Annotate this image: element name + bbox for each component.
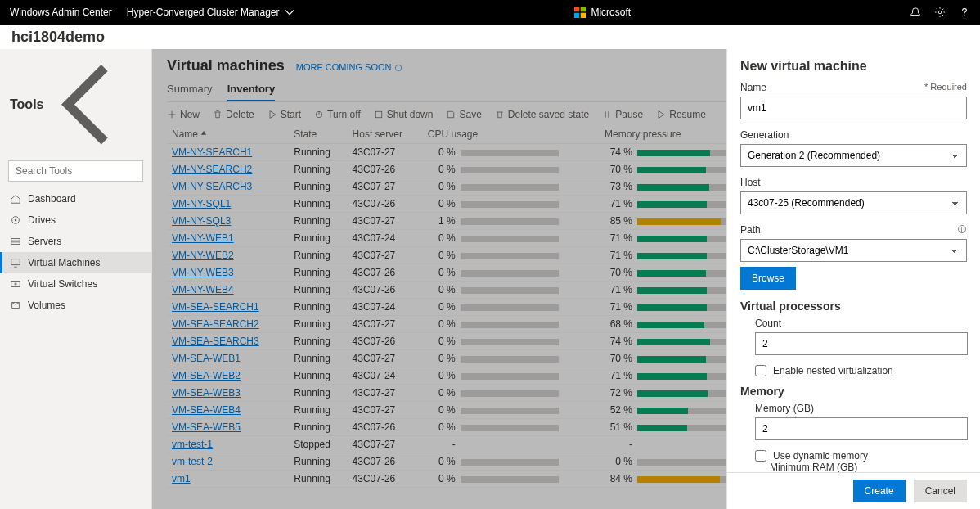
svg-rect-1 — [581, 7, 586, 11]
cell-state: Running — [289, 161, 347, 178]
vm-link[interactable]: VM-NY-SQL3 — [172, 215, 231, 227]
cell-cpu: 0 % — [423, 471, 600, 488]
vm-link[interactable]: VM-NY-SEARCH3 — [172, 181, 252, 192]
cell-cpu: 0 % — [423, 230, 600, 247]
path-select[interactable]: C:\ClusterStorage\VM1 — [740, 239, 967, 262]
col-state[interactable]: State — [289, 125, 347, 144]
tab-inventory[interactable]: Inventory — [227, 79, 276, 101]
gear-icon[interactable] — [934, 7, 946, 18]
create-button[interactable]: Create — [853, 480, 906, 502]
svg-rect-9 — [11, 238, 20, 241]
generation-select[interactable]: Generation 2 (Recommended) — [740, 144, 967, 167]
cell-state: Running — [289, 213, 347, 230]
vm-link[interactable]: VM-SEA-SEARCH1 — [172, 301, 259, 313]
nested-virt-checkbox[interactable]: Enable nested virtualization — [755, 365, 967, 376]
vm-link[interactable]: VM-NY-WEB1 — [172, 232, 234, 244]
cell-host: 43C07-27 — [348, 436, 423, 453]
name-input[interactable] — [740, 97, 967, 119]
notifications-icon[interactable] — [910, 7, 921, 18]
host-label: Host — [740, 177, 967, 188]
microsoft-logo-icon — [574, 7, 586, 18]
cell-state: Running — [289, 264, 347, 282]
cell-cpu: 0 % — [423, 247, 600, 264]
power-icon — [314, 110, 324, 119]
delete-saved-icon — [495, 110, 505, 119]
cmd-shutdown[interactable]: Shut down — [374, 109, 434, 120]
cmd-delete-saved[interactable]: Delete saved state — [495, 109, 589, 120]
cell-cpu: 0 % — [423, 144, 600, 161]
cell-host: 43C07-27 — [348, 385, 423, 402]
cell-host: 43C07-27 — [348, 316, 423, 333]
search-tools-box[interactable] — [8, 160, 143, 182]
vm-link[interactable]: vm-test-1 — [172, 439, 213, 450]
cmd-new[interactable]: New — [167, 109, 200, 120]
cell-state: Running — [289, 196, 347, 213]
vm-link[interactable]: VM-NY-SEARCH1 — [172, 146, 252, 158]
resume-icon — [656, 110, 666, 119]
dynamic-memory-checkbox[interactable]: Use dynamic memory — [755, 450, 967, 462]
vm-link[interactable]: VM-SEA-SEARCH3 — [172, 336, 259, 347]
vm-link[interactable]: vm-test-2 — [172, 456, 213, 467]
col-name[interactable]: Name — [167, 125, 289, 144]
cell-state: Running — [289, 282, 347, 299]
nested-virt-input[interactable] — [755, 365, 766, 376]
vm-link[interactable]: vm1 — [172, 473, 191, 484]
vm-link[interactable]: VM-SEA-SEARCH2 — [172, 318, 259, 330]
new-vm-panel: New virtual machine Name* Required Gener… — [726, 49, 980, 509]
cell-state: Running — [289, 402, 347, 419]
sidebar-item-label: Virtual Machines — [28, 257, 101, 268]
cell-host: 43C07-27 — [348, 247, 423, 264]
cmd-turnoff[interactable]: Turn off — [314, 109, 361, 120]
sidebar-item-dashboard[interactable]: Dashboard — [0, 188, 151, 209]
pause-icon — [602, 110, 612, 119]
chevron-down-icon — [284, 7, 295, 18]
memory-input[interactable] — [755, 417, 968, 440]
collapse-sidebar-icon[interactable] — [43, 56, 142, 154]
cancel-button[interactable]: Cancel — [914, 480, 967, 502]
cell-host: 43C07-27 — [348, 213, 423, 230]
cell-state: Running — [289, 299, 347, 316]
sidebar-item-virtual-switches[interactable]: Virtual Switches — [0, 273, 151, 295]
cmd-pause[interactable]: Pause — [602, 109, 643, 120]
col-cpu[interactable]: CPU usage — [423, 125, 600, 144]
search-tools-input[interactable] — [16, 165, 138, 177]
vm-link[interactable]: VM-SEA-WEB3 — [172, 387, 241, 399]
cell-host: 43C07-26 — [348, 471, 423, 488]
sidebar-item-servers[interactable]: Servers — [0, 231, 151, 252]
more-coming-soon[interactable]: MORE COMING SOON i — [296, 62, 402, 72]
sidebar-item-volumes[interactable]: Volumes — [0, 295, 151, 316]
cmd-save[interactable]: Save — [446, 109, 481, 120]
host-select[interactable]: 43c07-25 (Recommended) — [740, 191, 967, 214]
dynamic-memory-input[interactable] — [755, 450, 766, 462]
col-host[interactable]: Host server — [348, 125, 423, 144]
vm-link[interactable]: VM-NY-WEB2 — [172, 250, 234, 261]
nav-icon — [10, 193, 21, 205]
vm-link[interactable]: VM-SEA-WEB5 — [172, 421, 241, 433]
vm-link[interactable]: VM-SEA-WEB1 — [172, 353, 241, 364]
cell-state: Running — [289, 419, 347, 436]
help-icon[interactable]: ? — [959, 7, 970, 18]
cell-host: 43C07-27 — [348, 350, 423, 367]
cell-state: Running — [289, 333, 347, 350]
cmd-delete[interactable]: Delete — [213, 109, 254, 120]
vm-link[interactable]: VM-NY-SEARCH2 — [172, 164, 252, 175]
cell-host: 43C07-24 — [348, 367, 423, 385]
tab-summary[interactable]: Summary — [167, 79, 213, 101]
cell-state: Running — [289, 230, 347, 247]
vm-link[interactable]: VM-SEA-WEB2 — [172, 370, 241, 381]
browse-button[interactable]: Browse — [740, 267, 796, 290]
vm-link[interactable]: VM-NY-WEB3 — [172, 267, 234, 278]
cmd-start[interactable]: Start — [267, 109, 301, 120]
sidebar-item-virtual-machines[interactable]: Virtual Machines — [0, 252, 151, 273]
sidebar-item-drives[interactable]: Drives — [0, 209, 151, 231]
name-label: Name* Required — [740, 82, 967, 93]
vm-link[interactable]: VM-SEA-WEB4 — [172, 404, 241, 416]
vm-link[interactable]: VM-NY-WEB4 — [172, 284, 234, 295]
context-picker[interactable]: Hyper-Converged Cluster Manager — [127, 7, 296, 18]
count-input[interactable] — [755, 332, 968, 355]
info-icon[interactable]: i — [957, 224, 967, 234]
cell-cpu: 0 % — [423, 333, 600, 350]
cmd-resume[interactable]: Resume — [656, 109, 706, 120]
cell-cpu: 1 % — [423, 213, 600, 230]
vm-link[interactable]: VM-NY-SQL1 — [172, 198, 231, 209]
